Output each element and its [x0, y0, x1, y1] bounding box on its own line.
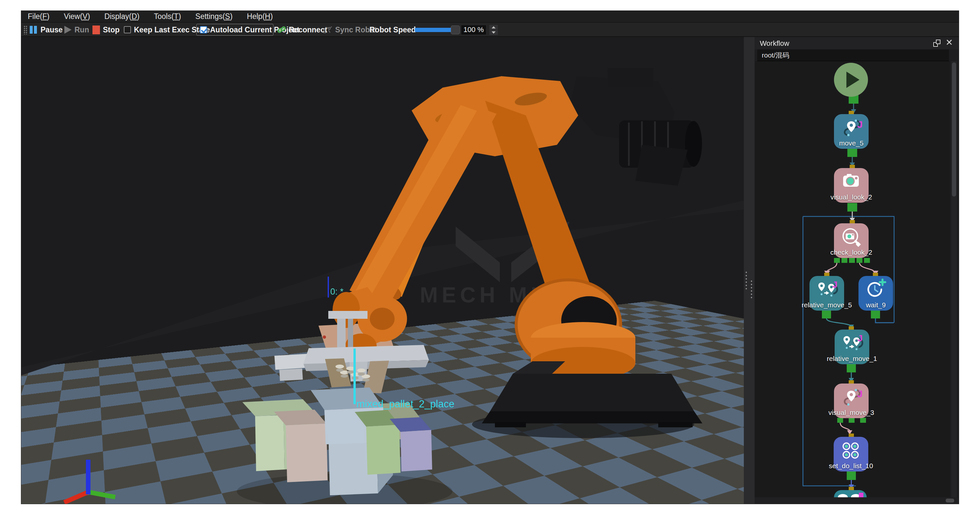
- menu-bar: File(F) View(V) Display(D) Tools(T) Sett…: [21, 11, 959, 22]
- run-icon: [64, 26, 72, 33]
- waypoint-label: 0: *: [330, 287, 344, 297]
- workflow-panel: Workflow ✕ root/混码: [755, 37, 959, 504]
- scene-overlay: MECH MIND: [21, 37, 744, 504]
- menu-tools[interactable]: Tools(T): [154, 12, 181, 21]
- checkbox-checked-icon: [200, 26, 207, 33]
- menu-file[interactable]: File(F): [28, 12, 49, 21]
- menu-display[interactable]: Display(D): [105, 12, 140, 21]
- run-button[interactable]: Run: [64, 22, 89, 37]
- workflow-breadcrumb-tab[interactable]: root/混码: [757, 49, 949, 61]
- relative-move-icon: J: [840, 332, 864, 355]
- checkbox-unchecked-icon: [124, 26, 131, 33]
- pause-icon: [30, 26, 38, 33]
- relative-move-icon: J: [815, 278, 838, 301]
- svg-text:J: J: [857, 119, 863, 130]
- workflow-title: Workflow: [760, 39, 789, 48]
- panel-splitter[interactable]: [744, 37, 755, 504]
- workflow-node-partial[interactable]: [834, 490, 867, 497]
- 3d-viewport[interactable]: MECH MIND: [21, 37, 744, 504]
- workflow-vertical-scrollbar[interactable]: [951, 61, 957, 497]
- workflow-node-set-do-list-10[interactable]: set_do_list_10: [834, 437, 868, 471]
- svg-text:J: J: [832, 279, 838, 290]
- svg-text:J: J: [857, 388, 863, 399]
- axis-indicator: [66, 462, 113, 502]
- chain-link-icon: [277, 26, 286, 34]
- stop-button[interactable]: Stop: [92, 22, 119, 37]
- workflow-node-check-look-2[interactable]: check_look_2: [834, 223, 869, 258]
- svg-text:J: J: [858, 333, 863, 343]
- robot-icon: [323, 26, 332, 33]
- robot-speed-slider[interactable]: [415, 22, 452, 37]
- workflow-node-relative-move-1[interactable]: J relative_move_1: [835, 330, 869, 364]
- move-icon: J: [840, 116, 863, 140]
- scrollbar-thumb[interactable]: [952, 62, 956, 196]
- workflow-node-start[interactable]: [834, 63, 868, 97]
- splitter-grip-icon[interactable]: [745, 271, 748, 290]
- workflow-node-visual-move-3[interactable]: J visual_move_3: [834, 383, 869, 418]
- play-icon: [846, 72, 859, 88]
- workflow-node-relative-move-5[interactable]: J relative_move_5: [810, 276, 844, 311]
- workflow-horizontal-scrollbar[interactable]: [755, 497, 959, 504]
- close-icon[interactable]: ✕: [945, 38, 953, 47]
- slider-track[interactable]: [415, 28, 452, 32]
- menu-settings[interactable]: Settings(S): [195, 12, 232, 21]
- io-list-icon: [839, 439, 863, 462]
- app-window: File(F) View(V) Display(D) Tools(T) Sett…: [21, 11, 959, 504]
- robot-speed-spinner: [489, 25, 498, 35]
- reconnect-button[interactable]: Reconnect: [277, 22, 327, 37]
- robot-speed-value: 100 %: [461, 25, 487, 35]
- place-label: mixed_pallet_2_place: [356, 398, 454, 410]
- robot-speed-group: Robot Speed: [369, 22, 416, 37]
- splitter-grip-icon[interactable]: [750, 279, 753, 298]
- camera-check-icon: [840, 225, 863, 249]
- toolbar: Pause Run Stop Keep Last Exec State Auto…: [21, 22, 959, 37]
- camera-icon: [840, 170, 863, 193]
- stop-icon: [92, 26, 100, 34]
- workflow-node-wait-9[interactable]: wait_9: [859, 276, 893, 311]
- scrollbar-thumb[interactable]: [946, 499, 954, 502]
- workflow-node-visual-look-2[interactable]: visual_look_2: [834, 168, 869, 203]
- spin-up-button[interactable]: [489, 25, 498, 30]
- screenshot-page: File(F) View(V) Display(D) Tools(T) Sett…: [0, 0, 980, 512]
- sync-robot-button[interactable]: Sync Robot: [323, 22, 377, 37]
- robot-speed-value-group: 100 %: [461, 22, 498, 37]
- slider-handle[interactable]: [451, 26, 460, 34]
- breadcrumb: root/混码: [762, 51, 789, 60]
- toolbar-drag-handle-icon[interactable]: [24, 26, 28, 34]
- visual-move-icon: J: [840, 386, 863, 409]
- float-panel-icon[interactable]: [933, 40, 940, 47]
- wait-clock-icon: [864, 278, 888, 301]
- workflow-header: Workflow ✕: [755, 37, 959, 49]
- pause-button[interactable]: Pause: [30, 22, 63, 37]
- workflow-canvas[interactable]: J move_5 visual_look_2: [755, 61, 950, 497]
- workflow-node-move-5[interactable]: J move_5: [834, 114, 869, 149]
- spin-down-button[interactable]: [489, 30, 498, 35]
- menu-help[interactable]: Help(H): [247, 12, 273, 21]
- menu-view[interactable]: View(V): [64, 12, 90, 21]
